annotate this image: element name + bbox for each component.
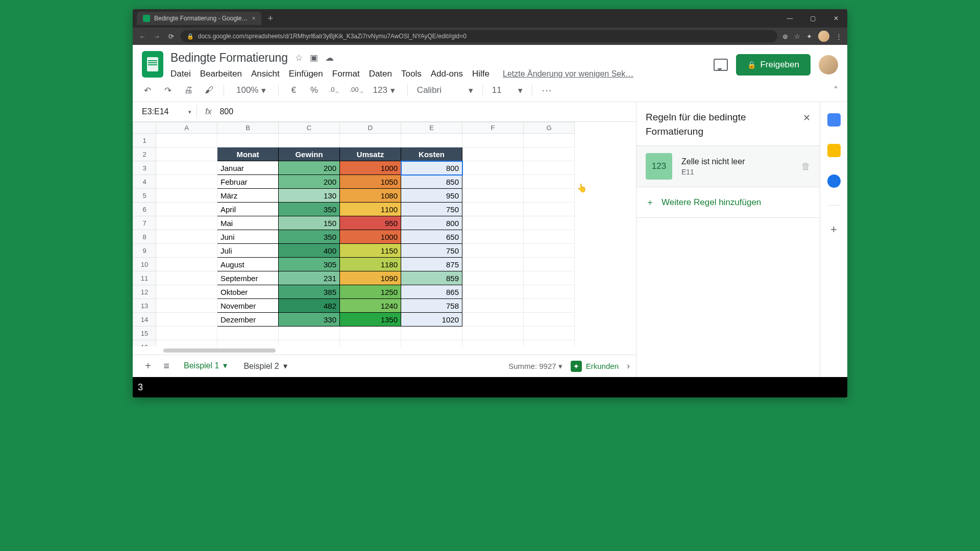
menu-tools[interactable]: Tools <box>401 69 422 79</box>
all-sheets-button[interactable]: ≡ <box>157 360 176 372</box>
cell[interactable] <box>156 147 217 161</box>
horizontal-scrollbar[interactable] <box>133 346 636 355</box>
cell-gewinn[interactable]: 400 <box>279 244 340 258</box>
cell[interactable] <box>156 189 217 203</box>
cell[interactable] <box>156 327 217 340</box>
header-kosten[interactable]: Kosten <box>401 147 462 161</box>
cell-gewinn[interactable]: 330 <box>279 313 340 327</box>
menu-data[interactable]: Daten <box>369 69 392 79</box>
cell-monat[interactable]: Februar <box>217 175 279 189</box>
cell[interactable] <box>156 313 217 327</box>
cell[interactable] <box>462 285 524 299</box>
cell-kosten[interactable]: 950 <box>401 189 462 203</box>
side-panel-toggle-icon[interactable]: › <box>627 361 630 371</box>
print-icon[interactable]: 🖨 <box>183 85 194 95</box>
sheet-tab-2[interactable]: Beispiel 2 ▾ <box>235 357 295 375</box>
cell[interactable] <box>279 340 340 347</box>
cell-kosten[interactable]: 800 <box>401 161 462 175</box>
cell-kosten[interactable]: 875 <box>401 258 462 271</box>
cell-umsatz[interactable]: 1350 <box>340 313 401 327</box>
cell[interactable] <box>156 271 217 285</box>
row-header-9[interactable]: 9 <box>133 244 156 258</box>
menu-help[interactable]: Hilfe <box>472 69 489 79</box>
nav-back-icon[interactable]: ← <box>138 33 147 40</box>
cell-umsatz[interactable]: 1180 <box>340 258 401 271</box>
row-header-12[interactable]: 12 <box>133 285 156 299</box>
cell[interactable] <box>462 147 524 161</box>
sheet-tab-1[interactable]: Beispiel 1 ▾ <box>176 357 235 375</box>
cf-rule-item[interactable]: 123 Zelle ist nicht leer E11 🗑 <box>636 145 820 187</box>
cell[interactable] <box>401 340 462 347</box>
row-header-14[interactable]: 14 <box>133 313 156 327</box>
cell[interactable] <box>156 134 217 147</box>
paint-format-icon[interactable]: 🖌 <box>203 85 214 95</box>
star-icon[interactable]: ☆ <box>295 53 303 63</box>
increase-decimal-button[interactable]: .00→ <box>349 86 360 95</box>
cell-gewinn[interactable]: 350 <box>279 203 340 216</box>
browser-profile-avatar[interactable] <box>818 31 829 42</box>
window-close-button[interactable]: ✕ <box>824 9 847 28</box>
col-header-G[interactable]: G <box>524 122 575 134</box>
redo-icon[interactable]: ↷ <box>162 85 174 96</box>
cell-kosten[interactable]: 850 <box>401 175 462 189</box>
row-header-2[interactable]: 2 <box>133 147 156 161</box>
cell[interactable] <box>156 216 217 230</box>
cell-monat[interactable]: Juli <box>217 244 279 258</box>
url-field[interactable]: 🔒 docs.google.com/spreadsheets/d/1RMhyrl… <box>181 30 777 42</box>
cell-gewinn[interactable]: 200 <box>279 175 340 189</box>
cell-monat[interactable]: März <box>217 189 279 203</box>
cell[interactable] <box>462 161 524 175</box>
menu-view[interactable]: Ansicht <box>251 69 280 79</box>
cell[interactable] <box>524 271 575 285</box>
cell-monat[interactable]: Oktober <box>217 285 279 299</box>
cell[interactable] <box>340 134 401 147</box>
row-header-11[interactable]: 11 <box>133 271 156 285</box>
menu-edit[interactable]: Bearbeiten <box>200 69 242 79</box>
format-percent-button[interactable]: % <box>308 85 320 95</box>
cell[interactable] <box>462 327 524 340</box>
format-currency-button[interactable]: € <box>288 85 299 95</box>
add-sheet-button[interactable]: + <box>139 360 157 372</box>
cell[interactable] <box>401 134 462 147</box>
cell-kosten[interactable]: 758 <box>401 299 462 313</box>
col-header-C[interactable]: C <box>279 122 340 134</box>
tab-close-icon[interactable]: × <box>252 15 255 22</box>
row-header-10[interactable]: 10 <box>133 258 156 271</box>
header-gewinn[interactable]: Gewinn <box>279 147 340 161</box>
row-header-6[interactable]: 6 <box>133 203 156 216</box>
row-header-4[interactable]: 4 <box>133 175 156 189</box>
cell[interactable] <box>156 161 217 175</box>
cell[interactable] <box>156 203 217 216</box>
cell[interactable] <box>340 340 401 347</box>
header-monat[interactable]: Monat <box>217 147 279 161</box>
cell[interactable] <box>401 327 462 340</box>
cf-close-icon[interactable]: ✕ <box>803 112 811 123</box>
row-header-3[interactable]: 3 <box>133 161 156 175</box>
sheets-logo-icon[interactable] <box>142 51 163 78</box>
cell[interactable] <box>340 327 401 340</box>
cell[interactable] <box>524 230 575 244</box>
menu-file[interactable]: Datei <box>170 69 191 79</box>
cell[interactable] <box>524 161 575 175</box>
cell-gewinn[interactable]: 200 <box>279 161 340 175</box>
new-tab-button[interactable]: + <box>261 13 279 24</box>
cell[interactable] <box>524 175 575 189</box>
share-button[interactable]: 🔒 Freigeben <box>736 54 811 76</box>
cell[interactable] <box>524 340 575 347</box>
cell-umsatz[interactable]: 1000 <box>340 161 401 175</box>
cell-gewinn[interactable]: 150 <box>279 216 340 230</box>
cell-umsatz[interactable]: 950 <box>340 216 401 230</box>
cell-umsatz[interactable]: 1150 <box>340 244 401 258</box>
cell[interactable] <box>156 230 217 244</box>
cell[interactable] <box>462 134 524 147</box>
calendar-addon-icon[interactable] <box>827 113 841 127</box>
cell-monat[interactable]: August <box>217 258 279 271</box>
cell[interactable] <box>279 134 340 147</box>
cell[interactable] <box>279 327 340 340</box>
bookmark-star-icon[interactable]: ☆ <box>794 33 800 40</box>
cf-rule-delete-icon[interactable]: 🗑 <box>801 161 811 172</box>
cell[interactable] <box>524 244 575 258</box>
menu-format[interactable]: Format <box>332 69 360 79</box>
zoom-select[interactable]: 100% ▾ <box>233 85 269 96</box>
cell[interactable] <box>462 258 524 271</box>
